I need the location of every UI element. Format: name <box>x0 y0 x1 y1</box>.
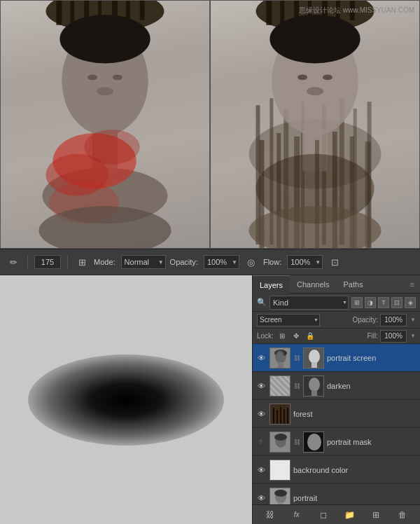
blend-mode-dropdown[interactable]: Screen Normal Multiply Overlay <box>257 314 320 326</box>
layer-mask-portrait-screen <box>303 347 324 368</box>
svg-point-62 <box>309 378 320 392</box>
lock-all-icon[interactable]: 🔒 <box>304 331 316 342</box>
flow-label: Flow: <box>263 258 281 266</box>
lock-row: Lock: ⊞ ✥ 🔒 Fill: 100% ▼ <box>253 329 420 344</box>
svg-rect-63 <box>312 390 317 397</box>
filter-type-icons: ⊞ ◑ T ⊡ ◈ <box>351 297 416 308</box>
opacity-section: Opacity: 100% ▼ <box>352 314 416 326</box>
svg-point-38 <box>270 15 360 64</box>
toolbar-sep-2 <box>67 255 68 269</box>
graph-icon[interactable]: ⊡ <box>327 254 342 270</box>
layer-row-portrait-mask[interactable]: 👁 ⛓ portrait mask <box>253 428 420 456</box>
layer-mask-portrait-mask <box>303 432 324 453</box>
layer-row-portrait-screen[interactable]: 👁 ⛓ portrait <box>253 344 420 372</box>
layer-row-forest[interactable]: 👁 forest <box>253 400 420 428</box>
layer-row-darken[interactable]: 👁 ⛓ darken <box>253 372 420 400</box>
filter-type-icon[interactable]: T <box>378 297 389 308</box>
layer-visibility-portrait-mask[interactable]: 👁 <box>255 436 267 448</box>
portrait-svg-right <box>221 1 409 248</box>
delete-layer-icon[interactable]: 🗑 <box>396 508 410 522</box>
lock-pixels-icon[interactable]: ⊞ <box>276 331 288 342</box>
svg-rect-69 <box>287 408 288 425</box>
svg-point-12 <box>97 87 113 95</box>
opacity-value-display[interactable]: 100% <box>380 314 407 326</box>
svg-rect-75 <box>270 460 290 481</box>
svg-point-57 <box>309 350 320 364</box>
filter-smart-icon[interactable]: ◈ <box>405 297 416 308</box>
fill-value-display[interactable]: 100% <box>380 330 407 343</box>
layer-name-forest: forest <box>293 410 417 418</box>
svg-point-51 <box>249 206 382 248</box>
layer-chain-1: ⛓ <box>293 354 300 361</box>
layer-row-background-color[interactable]: 👁 backround color <box>253 456 420 484</box>
flow-dropdown[interactable]: 100% 75% 50% <box>287 255 323 269</box>
layer-visibility-portrait-screen[interactable]: 👁 <box>255 352 267 364</box>
portrait-svg-left <box>11 1 199 248</box>
airbrush-icon[interactable]: ◎ <box>244 254 259 270</box>
svg-point-41 <box>307 87 323 95</box>
filter-dropdown[interactable]: Kind Name Effect <box>270 296 349 310</box>
svg-point-78 <box>274 490 287 497</box>
filter-dropdown-wrapper[interactable]: Kind Name Effect ▼ <box>270 296 349 310</box>
brush-size-display: 175 <box>34 255 61 269</box>
layer-visibility-portrait[interactable]: 👁 <box>255 492 267 504</box>
left-photo-panel <box>0 0 210 249</box>
filter-adjustment-icon[interactable]: ◑ <box>365 297 376 308</box>
add-mask-icon[interactable]: ◻ <box>316 508 330 522</box>
layer-row-portrait[interactable]: 👁 portrait <box>253 484 420 504</box>
svg-rect-68 <box>284 409 285 425</box>
layer-visibility-forest[interactable]: 👁 <box>255 408 267 420</box>
layer-name-portrait-mask: portrait mask <box>327 438 417 446</box>
svg-point-39 <box>298 74 307 80</box>
layer-mask-darken <box>303 375 324 397</box>
brush-settings-icon[interactable]: ⊞ <box>74 254 90 270</box>
mode-label: Mode: <box>94 258 115 266</box>
fx-icon[interactable]: fx <box>290 508 304 522</box>
tab-channels[interactable]: Channels <box>290 275 336 294</box>
layer-name-portrait-screen: portrait screen <box>327 354 417 362</box>
opacity-label: Opacity: <box>170 258 198 266</box>
filter-pixel-icon[interactable]: ⊞ <box>351 297 363 308</box>
opacity-dropdown[interactable]: 100% 75% 50% <box>204 255 239 269</box>
tab-paths[interactable]: Paths <box>337 275 370 294</box>
layer-thumb-darken <box>270 375 290 397</box>
layers-bottom-toolbar: ⛓ fx ◻ 📁 ⊞ 🗑 <box>253 504 420 524</box>
right-photo-panel <box>210 0 420 249</box>
svg-point-10 <box>88 74 97 80</box>
flow-dropdown-wrapper[interactable]: 100% 75% 50% ▼ <box>287 255 323 269</box>
layers-tabs: Layers Channels Paths ≡ <box>253 275 420 294</box>
link-layers-icon[interactable]: ⛓ <box>263 508 277 522</box>
left-photo-canvas <box>1 1 209 248</box>
watermark: 思缘设计论坛 www.MISSYUAN.COM <box>299 6 414 15</box>
fill-label: Fill: <box>368 332 379 340</box>
toolbar-sep-1 <box>27 255 28 269</box>
svg-rect-59 <box>270 376 290 397</box>
lock-position-icon[interactable]: ✥ <box>290 331 302 342</box>
mode-dropdown-wrapper[interactable]: Normal Dissolve Multiply Screen ▼ <box>121 255 166 269</box>
create-group-icon[interactable]: 📁 <box>342 508 356 522</box>
filter-shape-icon[interactable]: ⊡ <box>391 297 402 308</box>
svg-point-54 <box>274 350 287 357</box>
mode-dropdown[interactable]: Normal Dissolve Multiply Screen <box>121 255 166 269</box>
svg-point-17 <box>84 130 140 165</box>
layers-filter-row: 🔍 Kind Name Effect ▼ ⊞ ◑ T ⊡ ◈ <box>253 294 420 312</box>
tab-layers[interactable]: Layers <box>253 275 290 294</box>
opacity-dropdown-wrapper[interactable]: 100% 75% 50% ▼ <box>204 255 239 269</box>
layer-visibility-darken[interactable]: 👁 <box>255 380 267 392</box>
opacity-label-layers: Opacity: <box>352 316 378 324</box>
brush-tool-icon[interactable]: ✏ <box>6 254 21 270</box>
layer-visibility-background[interactable]: 👁 <box>255 464 267 476</box>
brush-blob <box>28 354 224 446</box>
layers-list: 👁 ⛓ portrait <box>253 344 420 504</box>
lock-label: Lock: <box>257 332 274 340</box>
layer-name-darken: darken <box>327 382 417 390</box>
layer-thumb-portrait-mask <box>270 432 290 453</box>
svg-point-72 <box>274 434 287 441</box>
svg-rect-55 <box>278 362 284 368</box>
layer-name-background: backround color <box>293 466 417 474</box>
new-layer-icon[interactable]: ⊞ <box>369 508 383 522</box>
svg-rect-7 <box>140 1 145 20</box>
layers-menu-icon[interactable]: ≡ <box>405 275 420 294</box>
blend-mode-wrapper[interactable]: Screen Normal Multiply Overlay ▼ <box>257 314 320 326</box>
fill-section: Fill: 100% ▼ <box>368 330 416 343</box>
